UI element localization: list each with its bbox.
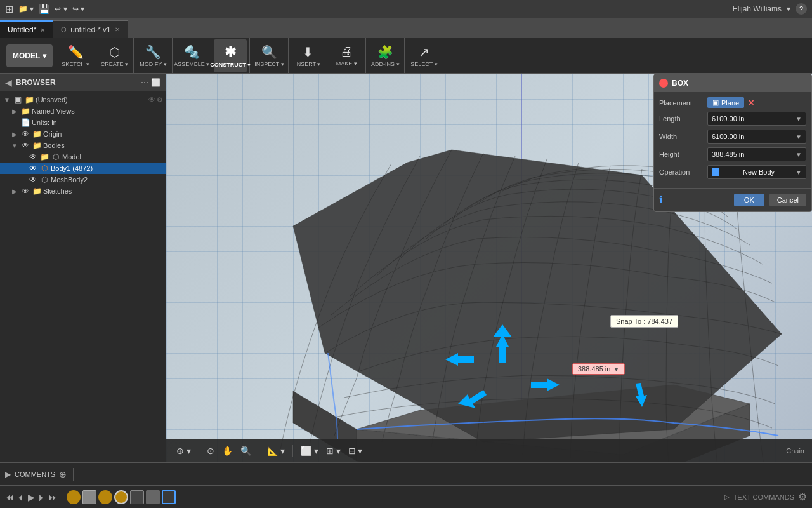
- create-btn[interactable]: ⬡ CREATE ▾: [98, 39, 131, 72]
- timeline-icon-7[interactable]: [162, 490, 176, 504]
- placement-clear-btn[interactable]: ✕: [748, 98, 754, 107]
- tree-icon-body1: ⬡: [39, 164, 49, 173]
- undo-btn[interactable]: ↩ ▾: [55, 4, 67, 13]
- height-input[interactable]: [712, 150, 796, 158]
- tree-vis-icon[interactable]: 👁: [148, 96, 155, 104]
- tree-units[interactable]: 📄 Units: in: [0, 117, 166, 128]
- zoom-icon[interactable]: 🔍: [238, 444, 254, 457]
- viewport[interactable]: Snap To : 784.437 388.485 in ▼ TOP FRONT…: [166, 74, 812, 462]
- timeline-icon-5[interactable]: [130, 490, 144, 504]
- tree-root[interactable]: ▼ ▣ 📁 (Unsaved) 👁 ⚙: [0, 94, 166, 105]
- tree-label-bodies: Bodies: [43, 142, 163, 149]
- file-menu[interactable]: 📁 ▾: [18, 4, 34, 13]
- tree-body1[interactable]: 👁 ⬡ Body1 (4872): [0, 163, 166, 174]
- browser-expand-icon[interactable]: ⬜: [151, 78, 160, 87]
- ok-btn[interactable]: OK: [734, 194, 764, 206]
- select-btn[interactable]: ↗ SELECT ▾: [407, 39, 440, 72]
- next-btn[interactable]: ⏵: [37, 492, 46, 502]
- tree-bodies[interactable]: ▼ 👁 📁 Bodies: [0, 140, 166, 151]
- user-dropdown-icon[interactable]: ▾: [787, 4, 790, 13]
- addins-group: 🧩 ADD-INS ▾: [366, 38, 405, 74]
- width-value-field[interactable]: ▼: [707, 130, 806, 144]
- chain-label: Chain: [786, 447, 804, 455]
- tree-settings-icon[interactable]: ⚙: [157, 96, 163, 104]
- length-value-field[interactable]: ▼: [707, 112, 806, 126]
- tree-vis-origin: 👁: [20, 130, 30, 138]
- addins-btn[interactable]: 🧩 ADD-INS ▾: [369, 39, 402, 72]
- operation-value-field[interactable]: New Body ▼: [707, 165, 806, 179]
- timeline-icon-4[interactable]: [114, 490, 128, 504]
- grid-icon[interactable]: ⊞ ▾: [324, 444, 343, 457]
- tree-vis-bodies: 👁: [20, 141, 30, 150]
- timeline-icon-6[interactable]: [146, 490, 160, 504]
- tree-model[interactable]: 👁 📁 ⬡ Model: [0, 151, 166, 163]
- model-btn[interactable]: MODEL ▾: [6, 44, 53, 67]
- construct-btn[interactable]: ✱ CONSTRUCT ▾: [214, 39, 247, 72]
- skip-start-btn[interactable]: ⏮: [5, 492, 14, 502]
- pan-icon[interactable]: ✋: [219, 444, 235, 457]
- plane-btn[interactable]: ▣ Plane: [707, 97, 744, 108]
- select-icon: ↗: [419, 44, 429, 60]
- status-bar: ⏮ ⏴ ▶ ⏵ ⏭ ▷ TEXT COMMANDS ⚙: [0, 485, 812, 508]
- model-label: MODEL: [13, 51, 40, 60]
- tab-untitled[interactable]: Untitled* ✕: [0, 20, 53, 38]
- tree-label-origin: Origin: [43, 130, 163, 138]
- height-indicator[interactable]: 388.485 in ▼: [572, 363, 625, 375]
- make-btn[interactable]: 🖨 MAKE ▾: [330, 39, 363, 72]
- app-grid-icon[interactable]: ⊞: [5, 3, 13, 15]
- modify-group: 🔧 MODIFY ▾: [134, 38, 173, 74]
- placement-row: Placement ▣ Plane ✕: [659, 97, 806, 108]
- timeline-icon-3[interactable]: [98, 490, 112, 504]
- sketch-group: ✏️ SKETCH ▾: [56, 38, 95, 74]
- display-icon[interactable]: ⬜ ▾: [298, 444, 321, 457]
- skip-end-btn[interactable]: ⏭: [49, 492, 58, 502]
- add-comment-btn[interactable]: ⊕: [59, 469, 67, 479]
- cancel-btn[interactable]: Cancel: [769, 194, 806, 206]
- tab-label-v1: untitled-* v1: [70, 25, 110, 34]
- sketch-btn[interactable]: ✏️ SKETCH ▾: [59, 39, 92, 72]
- modify-btn[interactable]: 🔧 MODIFY ▾: [136, 39, 169, 72]
- assemble-btn[interactable]: 🔩 ASSEMBLE ▾: [175, 39, 208, 72]
- redo-btn[interactable]: ↪ ▾: [72, 4, 84, 13]
- box-dialog-close-btn[interactable]: [659, 79, 668, 88]
- inspect-btn[interactable]: 🔍 INSPECT ▾: [252, 39, 285, 72]
- operation-dropdown-icon[interactable]: ▼: [796, 169, 802, 176]
- insert-icon: ⬇: [303, 44, 313, 60]
- width-dropdown-icon[interactable]: ▼: [796, 133, 802, 140]
- measure-icon[interactable]: 📐 ▾: [265, 444, 287, 457]
- tree-named-views[interactable]: ▶ 📁 Named Views: [0, 105, 166, 117]
- settings-icon[interactable]: ⚙: [798, 491, 807, 503]
- create-icon: ⬡: [109, 44, 120, 60]
- height-dd-icon[interactable]: ▼: [796, 151, 802, 158]
- tree-origin[interactable]: ▶ 👁 📁 Origin: [0, 128, 166, 140]
- help-btn[interactable]: ?: [796, 3, 807, 15]
- timeline-icon-2[interactable]: [82, 490, 96, 504]
- orbit-icon[interactable]: ⊙: [204, 444, 217, 457]
- height-value-field[interactable]: ▼: [707, 147, 806, 161]
- length-dropdown-icon[interactable]: ▼: [796, 116, 802, 123]
- tree-sketches[interactable]: ▶ 👁 📁 Sketches: [0, 185, 166, 197]
- length-input[interactable]: [712, 115, 796, 123]
- tree-meshbody2[interactable]: 👁 ⬡ MeshBody2: [0, 174, 166, 185]
- browser-menu-icon[interactable]: ⋯: [141, 78, 148, 87]
- info-btn[interactable]: ℹ: [659, 194, 663, 206]
- width-input[interactable]: [712, 133, 796, 140]
- save-icon[interactable]: 💾: [39, 4, 49, 14]
- close-icon-v1[interactable]: ✕: [115, 26, 120, 33]
- new-body-icon: [712, 168, 719, 176]
- tab-untitled-v1[interactable]: ⬡ untitled-* v1 ✕: [53, 20, 128, 38]
- height-dropdown-btn[interactable]: ▼: [613, 366, 619, 373]
- prev-btn[interactable]: ⏴: [16, 492, 25, 502]
- collapse-browser-icon[interactable]: ◀: [5, 77, 12, 88]
- viewport-icon[interactable]: ⊟ ▾: [346, 444, 365, 457]
- height-label: Height: [659, 150, 704, 158]
- insert-btn[interactable]: ⬇ INSERT ▾: [291, 39, 324, 72]
- make-group: 🖨 MAKE ▾: [327, 38, 366, 74]
- close-icon[interactable]: ✕: [40, 27, 45, 34]
- inspect-group: 🔍 INSPECT ▾: [250, 38, 289, 74]
- expand-comments-icon[interactable]: ▶: [5, 470, 11, 479]
- timeline-icon-1[interactable]: [67, 490, 81, 504]
- play-btn[interactable]: ▶: [28, 492, 35, 502]
- snap-icon[interactable]: ⊕ ▾: [174, 444, 193, 457]
- tree-vis-sketches: 👁: [20, 187, 30, 196]
